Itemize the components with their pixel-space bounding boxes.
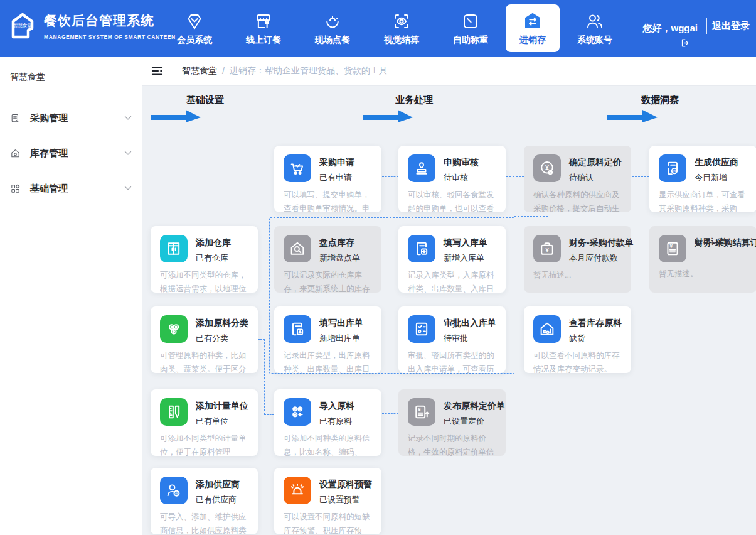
- nav-visual-checkout[interactable]: 视觉结算: [368, 4, 435, 52]
- section-basic-setup: 基础设置: [186, 94, 224, 106]
- nav-member-system[interactable]: 会员系统: [161, 4, 228, 52]
- nav-self-weighing[interactable]: 自助称重: [437, 4, 504, 52]
- card-add-ingredient-category[interactable]: 添加原料分类 已有分类 可管理原料的种类，比如肉类、蔬菜类。便于区分原...: [151, 306, 258, 373]
- card-fill-outbound-order[interactable]: 填写出库单 新增出库单 记录出库类型，出库原料种类、出库数量、出库日期...: [274, 306, 381, 373]
- house-search-icon: [284, 235, 311, 262]
- card-subtitle: 新增入库单: [444, 252, 487, 264]
- card-add-warehouse[interactable]: 添加仓库 已有仓库 可添加不同类型的仓库，根据运营需求，以地理位置...: [151, 226, 258, 293]
- app-subtitle: MANAGEMENT SYSTEM OF SMART CANTEEN: [44, 34, 176, 40]
- app-window: 智慧食堂 餐饮后台管理系统 MANAGEMENT SYSTEM OF SMART…: [0, 0, 756, 535]
- card-title: 设置原料预警: [319, 478, 372, 491]
- stock-management-icon: [10, 148, 21, 159]
- card-subtitle: 已有单位: [196, 416, 248, 427]
- nav-label: 现场点餐: [315, 35, 350, 46]
- card-title: 盘点库存: [319, 236, 360, 249]
- card-approve-in-out-orders[interactable]: 审批出入库单 待审批 审批、驳回所有类型的的出入库申请单，可查看历史...: [398, 306, 506, 373]
- card-subtitle: 已有供应商: [196, 494, 240, 505]
- card-purchase-review[interactable]: 申购审核 待审核 可以审核、驳回各食堂发起的申购单，也可以查看历...: [398, 146, 506, 212]
- inventory-purchase-sale-icon: [523, 11, 543, 31]
- card-import-ingredients[interactable]: 导入原料 已有原料 可添加不同种类的原料信息，比如名称、编码、单...: [274, 389, 381, 456]
- card-generate-supplier[interactable]: 供 生成供应商 今日新增 显示供应商订单，可查看其采购原料种类，采购量，...: [649, 146, 756, 212]
- card-description: 可导入、添加、维护供应商信息，比如供应原料类型...: [160, 511, 249, 535]
- card-description: 显示供应商订单，可查看其采购原料种类，采购量，...: [659, 188, 748, 217]
- card-description: 可以设置不同原料的短缺库存预警、积压库存预警。...: [284, 511, 373, 535]
- card-finance-purchase-settlement[interactable]: ¥ 财务-采购结算订单 每日订单 暂无描述。: [649, 226, 756, 293]
- member-system-icon: [185, 11, 204, 31]
- card-description: 记录出库类型，出库原料种类、出库数量、出库日期...: [284, 349, 373, 378]
- card-title: 添加供应商: [196, 478, 240, 491]
- card-subtitle: 已有分类: [196, 333, 248, 344]
- breadcrumb-root[interactable]: 智慧食堂: [182, 65, 217, 77]
- logout-button[interactable]: 退出登录: [712, 20, 750, 32]
- card-title: 填写入库单: [444, 236, 487, 249]
- card-description: 可以查看不同原料的库存情况及库存变动记录。: [533, 349, 622, 377]
- logout-arrow-icon[interactable]: [679, 38, 690, 48]
- card-subtitle: 待审批: [444, 333, 496, 344]
- section-arrow-basic-setup: [151, 108, 201, 124]
- nav-label: 进销存: [519, 35, 546, 46]
- nav-dine-in-order[interactable]: 现场点餐: [299, 4, 366, 52]
- card-subtitle: 已设置预警: [319, 494, 372, 505]
- nav-online-order[interactable]: 线上订餐: [230, 4, 297, 52]
- card-title: 导入原料: [319, 399, 354, 413]
- stamp-icon: [408, 154, 435, 182]
- user-greeting: 您好，wggai: [642, 23, 706, 35]
- nav-label: 自助称重: [453, 35, 488, 46]
- collapse-menu-icon[interactable]: [151, 66, 163, 76]
- app-logo: 智慧食堂 餐饮后台管理系统 MANAGEMENT SYSTEM OF SMART…: [8, 9, 176, 42]
- card-title: 填写出库单: [319, 316, 363, 330]
- card-description: 确认各种原料的供应商及采购价格，提交后自动生成...: [533, 188, 622, 217]
- dine-in-order-icon: [323, 11, 342, 31]
- purchase-management-icon: [10, 113, 21, 124]
- app-title: 餐饮后台管理系统: [44, 12, 176, 30]
- card-subtitle: 已有仓库: [196, 252, 231, 264]
- card-fill-inbound-order[interactable]: 填写入库单 新增入库单 记录入库类型，入库原料种类、出库数量、入库日期...: [398, 226, 506, 293]
- card-description: 记录不同时期的原料价格，生效的原料定价单信息，...: [408, 432, 497, 461]
- system-account-icon: [585, 11, 604, 31]
- sidebar-item-basic-management[interactable]: 基础管理: [0, 171, 142, 206]
- divider: [706, 18, 707, 34]
- card-description: 暂无描述。: [659, 268, 748, 281]
- card-title: 申购审核: [444, 156, 479, 169]
- nav-label: 线上订餐: [246, 35, 281, 46]
- card-finance-purchase-payment[interactable]: ¥ 财务-采购付款单 本月应付款数 暂无描述...: [524, 226, 631, 293]
- house-stock-icon: [533, 315, 561, 343]
- cashbox-yuan-icon: ¥: [533, 235, 561, 262]
- card-subtitle: 缺货: [569, 333, 622, 344]
- card-publish-pricing-order[interactable]: ¥ 发布原料定价单 已设置定价 记录不同时期的原料价格，生效的原料定价单信息，.…: [398, 389, 506, 456]
- card-purchase-request[interactable]: 采购申请 已有申请 可以填写、提交申购单，查看申购单审核情况。申购...: [274, 146, 381, 212]
- breadcrumb-separator: /: [222, 66, 225, 76]
- connector-line: [264, 339, 265, 414]
- breadcrumb-current: 进销存：帮助企业管理货品、货款的工具: [230, 65, 388, 77]
- ingredient-category-icon: [160, 315, 188, 343]
- card-subtitle: 今日新增: [695, 172, 738, 183]
- sidebar-item-purchase-management[interactable]: 采购管理: [0, 100, 142, 136]
- top-nav: 会员系统 线上订餐 现场点餐 视觉结算: [160, 0, 629, 57]
- connector-line: [382, 413, 398, 414]
- card-subtitle: 本月应付款数: [569, 252, 634, 264]
- chevron-down-icon: [124, 116, 132, 121]
- svg-text:供: 供: [174, 492, 178, 495]
- card-confirm-material-pricing[interactable]: ¥ 确定原料定价 待确认 确认各种原料的供应商及采购价格，提交后自动生成...: [524, 146, 631, 212]
- card-set-ingredient-alert[interactable]: 设置原料预警 已设置预警 可以设置不同原料的短缺库存预警、积压库存预警。...: [274, 468, 381, 534]
- nav-system-account[interactable]: 系统账号: [561, 4, 629, 52]
- card-stock-count[interactable]: 盘点库存 新增盘点单 可以记录实际的仓库库存，来更新系统上的库存情况...: [274, 226, 381, 293]
- chevron-down-icon: [124, 186, 132, 191]
- card-title: 查看库存原料: [569, 316, 622, 330]
- card-add-supplier[interactable]: 供 添加供应商 已有供应商 可导入、添加、维护供应商信息，比如供应原料类型...: [151, 468, 258, 534]
- card-view-stock-ingredients[interactable]: 查看库存原料 缺货 可以查看不同原料的库存情况及库存变动记录。: [524, 306, 631, 373]
- nav-inventory-purchase-sale[interactable]: 进销存: [506, 4, 560, 52]
- card-add-measure-unit[interactable]: 添加计量单位 已有单位 可添加不同类型的计量单位，便于在原料管理时，...: [151, 389, 258, 456]
- card-title: 添加原料分类: [196, 316, 248, 330]
- card-description: 可以填写、提交申购单，查看申购单审核情况。申购...: [284, 188, 373, 217]
- online-order-icon: [254, 11, 273, 31]
- nav-label: 视觉结算: [384, 35, 419, 46]
- basic-management-icon: [10, 183, 21, 194]
- warehouse-cabinet-icon: [160, 235, 188, 262]
- sidebar-item-stock-management[interactable]: 库存管理: [0, 136, 142, 171]
- self-weighing-icon: [461, 11, 480, 31]
- card-description: 可添加不同种类的原料信息，比如名称、编码、单...: [284, 432, 373, 461]
- card-description: 审批、驳回所有类型的的出入库申请单，可查看历史...: [408, 349, 497, 378]
- card-subtitle: 新增盘点单: [319, 252, 360, 264]
- doc-inbound-icon: [408, 235, 435, 262]
